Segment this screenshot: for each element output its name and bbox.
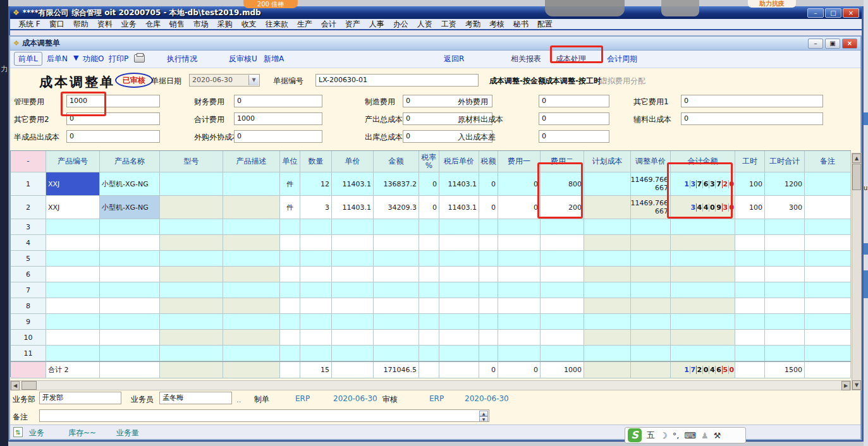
cell-code[interactable] [46, 330, 100, 346]
child-minimize-button[interactable]: – [808, 39, 823, 49]
column-header-11[interactable]: 税额 [479, 151, 498, 172]
cell-qty[interactable]: 12 [300, 172, 332, 196]
cell-taxrate[interactable] [419, 267, 439, 282]
cell-desc[interactable] [223, 219, 280, 235]
keyboard-icon[interactable]: ⌨ [684, 431, 696, 440]
cell-taxrate[interactable]: 0 [419, 196, 439, 219]
cell-price[interactable] [332, 282, 374, 298]
cell-hours[interactable]: 100 [735, 196, 765, 219]
next-doc-button[interactable]: 后单N [47, 54, 68, 64]
cell-name[interactable] [100, 267, 160, 282]
cell-code[interactable] [46, 282, 100, 298]
column-header-15[interactable]: 调整单价 [631, 151, 671, 172]
menu-item-16[interactable]: 人资 [413, 19, 437, 30]
cell-note[interactable] [805, 235, 851, 251]
cell-plan[interactable] [584, 346, 631, 361]
cell-adj[interactable] [631, 314, 671, 330]
menu-item-1[interactable]: 窗口 [45, 19, 69, 30]
cell-fee1[interactable] [498, 346, 541, 361]
cell-unit[interactable] [280, 362, 300, 378]
cell-qty[interactable] [300, 267, 332, 282]
minimize-button[interactable]: – [807, 8, 824, 18]
cell-hours[interactable] [735, 298, 765, 314]
cell-code[interactable]: XXJ [46, 172, 100, 196]
cell-note[interactable] [805, 172, 851, 196]
menu-item-17[interactable]: 工资 [437, 19, 461, 30]
cell-fee2[interactable] [541, 346, 584, 361]
cell-hours[interactable]: 100 [735, 172, 765, 196]
menu-item-2[interactable]: 帮助 [69, 19, 93, 30]
cell-fee2[interactable] [541, 330, 584, 346]
cell-fee1[interactable] [498, 267, 541, 282]
functions-button[interactable]: 功能O [83, 54, 104, 64]
cell-price_at[interactable] [439, 298, 479, 314]
cell-desc[interactable] [223, 172, 280, 196]
cell-model[interactable] [160, 314, 223, 330]
cell-taxrate[interactable] [419, 346, 439, 361]
cell-desc[interactable] [223, 346, 280, 361]
cell-fee1[interactable]: 0 [498, 172, 541, 196]
cell-plan[interactable] [584, 330, 631, 346]
cell-hours[interactable] [735, 251, 765, 267]
column-header-6[interactable]: 数量 [300, 151, 332, 172]
cell-grid[interactable]: 3440930 [671, 196, 735, 219]
cell-tax[interactable]: 0 [479, 172, 498, 196]
cell-qty[interactable] [300, 298, 332, 314]
cell-unit[interactable] [280, 314, 300, 330]
cell-name[interactable] [100, 235, 160, 251]
cell-price[interactable] [332, 346, 374, 361]
ime-mode-wubi[interactable]: 五 [647, 430, 655, 441]
cell-name[interactable] [100, 314, 160, 330]
prev-doc-button[interactable]: 前单L [14, 52, 42, 66]
cell-amount[interactable] [374, 282, 419, 298]
cell-adj[interactable] [631, 362, 671, 378]
cell-fee1[interactable] [498, 282, 541, 298]
cell-plan[interactable] [584, 298, 631, 314]
cell-desc[interactable] [223, 196, 280, 219]
cell-grid[interactable]: 17204650 [671, 362, 735, 378]
doc-date-input[interactable]: 2020-06-30 ▼ [189, 74, 260, 87]
cell-fee2[interactable] [541, 314, 584, 330]
cell-fee1[interactable] [498, 298, 541, 314]
cell-price_at[interactable] [439, 330, 479, 346]
cell-price[interactable]: 11403.1 [332, 196, 374, 219]
cell-plan[interactable] [584, 282, 631, 298]
cell-tax[interactable] [479, 219, 498, 235]
cell-hours_total[interactable] [765, 346, 805, 361]
cell-grid[interactable] [671, 235, 735, 251]
cell-name[interactable] [100, 251, 160, 267]
column-header-5[interactable]: 单位 [280, 151, 300, 172]
cell-name[interactable] [100, 219, 160, 235]
menu-item-18[interactable]: 考勤 [461, 19, 485, 30]
cell-tax[interactable] [479, 282, 498, 298]
cell-fee1[interactable]: 0 [498, 362, 541, 378]
menu-item-9[interactable]: 收支 [237, 19, 261, 30]
cell-price[interactable] [332, 298, 374, 314]
cell-model[interactable] [160, 282, 223, 298]
cell-hours_total[interactable] [765, 330, 805, 346]
cell-note[interactable] [805, 282, 851, 298]
cell-qty[interactable]: 15 [300, 362, 332, 378]
cell-qty[interactable]: 3 [300, 196, 332, 219]
fee-input-10[interactable]: 0 [66, 130, 160, 143]
column-header-9[interactable]: 税率 % [419, 151, 439, 172]
cell-amount[interactable] [374, 330, 419, 346]
cell-price_at[interactable] [439, 251, 479, 267]
cost-processing-button[interactable]: 成本处理 [556, 54, 586, 64]
cell-grid[interactable] [671, 282, 735, 298]
cell-unit[interactable]: 件 [280, 196, 300, 219]
cell-taxrate[interactable] [419, 251, 439, 267]
column-header-10[interactable]: 税后单价 [439, 151, 479, 172]
cell-price[interactable] [332, 235, 374, 251]
doc-number-input[interactable]: LX-200630-01 [315, 74, 479, 87]
column-header-0[interactable]: - [11, 151, 46, 172]
cell-fee1[interactable] [498, 235, 541, 251]
link-adjust-by-amount[interactable]: 成本调整-按金额 [489, 76, 546, 87]
cell-price_at[interactable]: 11403.1 [439, 172, 479, 196]
cell-adj[interactable] [631, 267, 671, 282]
cell-code[interactable] [46, 346, 100, 361]
link-adjust-by-hours[interactable]: 成本调整-按工时 [545, 76, 601, 87]
menu-item-6[interactable]: 销售 [165, 19, 189, 30]
cell-fee1[interactable] [498, 314, 541, 330]
cell-desc[interactable] [223, 314, 280, 330]
